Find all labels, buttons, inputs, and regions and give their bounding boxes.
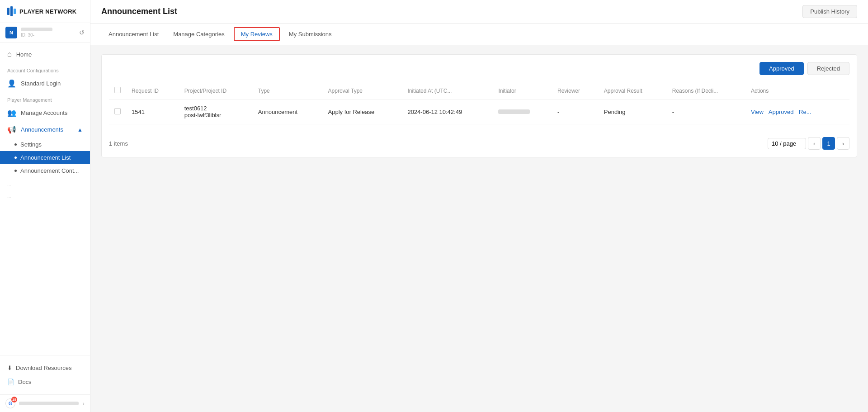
row-checkbox[interactable]	[114, 108, 121, 114]
logo-text: PLAYER NETWORK	[19, 8, 77, 15]
home-icon: ⌂	[7, 50, 12, 58]
filter-approved-button[interactable]: Approved	[760, 62, 804, 75]
sidebar-item-announcement-list[interactable]: Announcement List	[0, 151, 90, 164]
row-checkbox-cell	[109, 99, 126, 124]
cell-initiator	[493, 99, 552, 124]
action-view-link[interactable]: View	[751, 109, 764, 115]
col-initiator: Initiator	[493, 82, 552, 99]
dot-icon-active	[14, 156, 17, 159]
sidebar-item-manage-accounts-label: Manage Accounts	[21, 109, 67, 116]
user-name-blur	[21, 28, 52, 31]
cell-request-id: 1541	[126, 99, 179, 124]
col-actions: Actions	[745, 82, 849, 99]
sidebar-bottom: ⬇ Download Resources 📄 Docs	[0, 355, 90, 394]
player-management-label: Player Management	[0, 92, 90, 104]
tab-my-reviews[interactable]: My Reviews	[234, 27, 280, 41]
sidebar-item-standard-login[interactable]: 👤 Standard Login	[0, 75, 90, 92]
topbar: Announcement List Publish History	[90, 0, 868, 24]
page-title: Announcement List	[101, 7, 177, 16]
prev-page-button[interactable]: ‹	[808, 137, 821, 150]
col-initiated-at: Initiated At (UTC...	[402, 82, 493, 99]
dot-icon-cont	[14, 170, 17, 172]
announcement-icon: 📢	[7, 125, 16, 134]
col-project: Project/Project ID	[179, 82, 253, 99]
nav-placeholder-2: ···	[0, 193, 90, 202]
sidebar-user[interactable]: N ID: 30- ↺	[0, 23, 90, 43]
download-icon: ⬇	[7, 365, 12, 371]
sidebar-item-settings-label: Settings	[20, 141, 42, 148]
account-config-label: Account Configurations	[0, 62, 90, 75]
table-footer: 1 items 10 / page 20 / page 50 / page ‹ …	[109, 132, 849, 150]
sidebar-item-announcement-cont[interactable]: Announcement Cont...	[0, 164, 90, 177]
col-approval-result: Approval Result	[599, 82, 667, 99]
pagination: 10 / page 20 / page 50 / page ‹ 1 ›	[768, 137, 849, 150]
main-panel: Approved Rejected Request ID Project/Pro…	[101, 54, 857, 157]
tab-manage-categories[interactable]: Manage Categories	[166, 24, 231, 45]
sidebar-footer[interactable]: G 19 ›	[0, 394, 90, 412]
sidebar-item-home-label: Home	[16, 51, 32, 58]
docs-icon: 📄	[7, 379, 14, 385]
manage-accounts-icon: 👥	[7, 109, 16, 117]
footer-user-blur	[19, 402, 79, 405]
cell-actions: View Approved Re...	[745, 99, 849, 124]
announcements-chevron: ▲	[77, 127, 83, 133]
refresh-icon[interactable]: ↺	[79, 29, 85, 36]
select-all-checkbox[interactable]	[114, 87, 121, 93]
table-row: 1541 test0612 post-lwlf3liblsr Announcem…	[109, 99, 849, 124]
cell-approval-result: Pending	[599, 99, 667, 124]
page-1-button[interactable]: 1	[822, 137, 835, 150]
col-type: Type	[253, 82, 323, 99]
sidebar-item-standard-login-label: Standard Login	[21, 80, 61, 87]
sidebar: PLAYER NETWORK N ID: 30- ↺ ⌂ Home Accoun…	[0, 0, 90, 412]
cell-approval-type: Apply for Release	[323, 99, 402, 124]
cell-project: test0612 post-lwlf3liblsr	[179, 99, 253, 124]
user-info: ID: 30-	[21, 28, 75, 38]
cell-initiated-at: 2024-06-12 10:42:49	[402, 99, 493, 124]
items-count: 1 items	[109, 140, 128, 147]
tab-my-submissions[interactable]: My Submissions	[282, 24, 339, 45]
col-reviewer: Reviewer	[552, 82, 599, 99]
sidebar-item-announcements-label: Announcements	[21, 126, 63, 133]
docs-label: Docs	[18, 379, 32, 385]
initiator-blur	[498, 109, 530, 114]
cell-type: Announcement	[253, 99, 323, 124]
sidebar-item-settings[interactable]: Settings	[0, 138, 90, 151]
docs-item[interactable]: 📄 Docs	[7, 375, 83, 389]
content-area: Approved Rejected Request ID Project/Pro…	[90, 45, 868, 412]
person-icon: 👤	[7, 79, 16, 88]
cell-reasons: -	[667, 99, 745, 124]
dot-icon	[14, 143, 17, 146]
page-size-selector: 10 / page 20 / page 50 / page	[768, 138, 806, 149]
sidebar-nav: ⌂ Home Account Configurations 👤 Standard…	[0, 43, 90, 355]
sidebar-logo: PLAYER NETWORK	[0, 0, 90, 23]
expand-icon[interactable]: ›	[82, 400, 85, 407]
google-badge: G 19	[5, 398, 15, 408]
tab-bar: Announcement List Manage Categories My R…	[90, 24, 868, 45]
user-id: ID: 30-	[21, 33, 75, 38]
nav-placeholder-1: ···	[0, 177, 90, 193]
col-checkbox	[109, 82, 126, 99]
cell-reviewer: -	[552, 99, 599, 124]
next-page-button[interactable]: ›	[837, 137, 849, 150]
badge-count: 19	[11, 397, 17, 403]
user-avatar: N	[5, 27, 17, 38]
page-size-select[interactable]: 10 / page 20 / page 50 / page	[768, 138, 806, 149]
sidebar-item-home[interactable]: ⌂ Home	[0, 46, 90, 62]
logo-icon	[7, 6, 16, 16]
action-re-link[interactable]: Re...	[799, 109, 811, 115]
action-approved-link[interactable]: Approved	[769, 109, 794, 115]
download-resources-item[interactable]: ⬇ Download Resources	[7, 361, 83, 375]
col-request-id: Request ID	[126, 82, 179, 99]
filter-bar: Approved Rejected	[109, 62, 849, 75]
requests-table: Request ID Project/Project ID Type Appro…	[109, 82, 849, 124]
sidebar-item-manage-accounts[interactable]: 👥 Manage Accounts	[0, 104, 90, 121]
col-approval-type: Approval Type	[323, 82, 402, 99]
tab-announcement-list[interactable]: Announcement List	[101, 24, 166, 45]
download-resources-label: Download Resources	[16, 365, 72, 371]
publish-history-button[interactable]: Publish History	[802, 5, 857, 18]
sidebar-item-announcements[interactable]: 📢 Announcements ▲	[0, 121, 90, 138]
col-reasons: Reasons (If Decli...	[667, 82, 745, 99]
sidebar-item-announcement-cont-label: Announcement Cont...	[20, 167, 79, 174]
sidebar-item-announcement-list-label: Announcement List	[20, 154, 71, 161]
filter-rejected-button[interactable]: Rejected	[807, 62, 849, 75]
